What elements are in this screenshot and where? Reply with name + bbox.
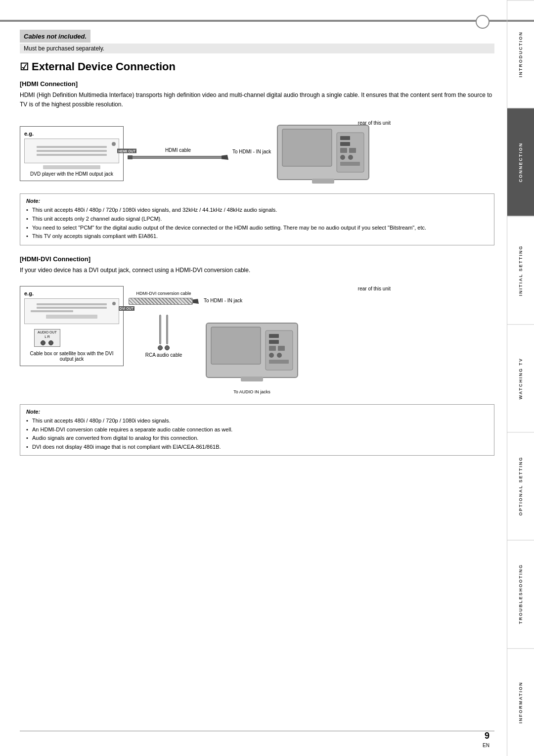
svg-rect-9 — [348, 155, 353, 160]
sidebar-tab-introduction: INTRODUCTION — [507, 0, 534, 108]
device-bottom-bar — [43, 165, 100, 169]
audio-out-label: AUDIO OUT — [38, 331, 57, 334]
device-bar-1 — [37, 146, 107, 148]
svg-rect-2 — [312, 179, 334, 184]
hdmi-dvi-diagram: rear of this unit e.g. DVI OUT — [20, 286, 494, 384]
hdmi-eg-label: e.g. — [24, 131, 119, 137]
dvi-bottom-bar — [46, 315, 98, 319]
svg-rect-1 — [282, 129, 332, 166]
cables-sub-label: Must be purchased separately. — [20, 44, 494, 53]
hdmi-dvi-note-item-4: DVI does not display 480i image that is … — [26, 443, 488, 452]
sidebar: INTRODUCTION CONNECTION INITIAL SETTING … — [507, 0, 534, 756]
sidebar-tab-troubleshooting: TROUBLESHOOTING — [507, 540, 534, 648]
hdmi-cable-visual — [128, 155, 228, 160]
dvi-device-label: Cable box or satellite box with the DVI … — [24, 351, 119, 362]
rca-cables-visual — [158, 315, 170, 350]
top-decorative-line — [0, 20, 534, 22]
device-bar-2 — [37, 150, 107, 152]
rca-plug-r — [165, 345, 170, 350]
hdmi-plug-right — [222, 155, 228, 160]
dvi-tv-rear: To AUDIO IN jacks — [204, 318, 300, 384]
hdmi-dvi-note-box: Note: This unit accepts 480i / 480p / 72… — [20, 404, 494, 456]
dvi-port-tv-area: To HDMI - IN jack — [204, 286, 300, 384]
hdmi-note-item-2: This unit accepts only 2 channel audio s… — [26, 215, 488, 224]
hdmi-device-label: DVD player with the HDMI output jack — [24, 171, 119, 177]
hdmi-port-area: To HDMI - IN jack — [232, 149, 271, 158]
hdmi-note-item-4: This TV only accepts signals compliant w… — [26, 232, 488, 241]
sidebar-tab-watching-tv: WATCHING TV — [507, 324, 534, 432]
hdmi-dvi-diagram-row: e.g. DVI OUT AUDIO OUT L R — [20, 286, 494, 384]
hdmi-note-title: Note: — [26, 198, 488, 204]
dvi-cable-area: HDMI-DVI conversion cable — [129, 286, 199, 358]
dvi-bar-2 — [37, 307, 107, 309]
dvi-cable-hatch — [129, 298, 193, 305]
svg-rect-12 — [211, 327, 261, 364]
audio-jacks — [41, 340, 53, 345]
sidebar-tab-connection: CONNECTION — [507, 108, 534, 216]
dvi-bar-1 — [37, 303, 107, 305]
to-audio-label: To AUDIO IN jacks — [233, 389, 270, 394]
dvi-circle — [112, 302, 116, 305]
svg-rect-21 — [269, 360, 289, 364]
svg-rect-6 — [340, 148, 347, 153]
svg-rect-17 — [269, 346, 276, 351]
dvi-tv-rear-svg — [204, 318, 300, 382]
svg-rect-10 — [340, 162, 360, 166]
page-number: 9 — [485, 731, 490, 741]
svg-rect-15 — [269, 334, 279, 338]
svg-rect-13 — [241, 377, 263, 381]
hdmi-cable-area: HDMI cable — [128, 147, 228, 160]
device-circle — [112, 142, 116, 146]
hdmi-dvi-cable-label: HDMI-DVI conversion cable — [136, 291, 191, 296]
lr-label: L R — [44, 335, 50, 338]
cables-banner: Cables not included. Must be purchased s… — [20, 30, 494, 53]
svg-rect-16 — [269, 340, 279, 344]
dvi-eg-label: e.g. — [24, 290, 119, 296]
dvi-device-box: e.g. DVI OUT AUDIO OUT L R — [20, 286, 124, 366]
svg-rect-18 — [278, 346, 285, 351]
device-bar-3 — [37, 154, 107, 156]
sidebar-tab-initial-setting: INITIAL SETTING — [507, 216, 534, 324]
audio-jack-r — [48, 340, 53, 345]
rca-cable-l — [158, 315, 163, 350]
rca-cable-r — [165, 315, 170, 350]
svg-rect-20 — [277, 353, 282, 358]
tv-rear-svg — [275, 120, 371, 185]
hdmi-dvi-description: If your video device has a DVI output ja… — [20, 266, 494, 275]
hdmi-dvi-heading: [HDMI-DVI Connection] — [20, 255, 494, 263]
sidebar-tab-optional-setting: OPTIONAL SETTING — [507, 432, 534, 540]
hdmi-section: [HDMI Connection] HDMI (High Definition … — [20, 80, 494, 245]
hdmi-cable-line — [133, 156, 222, 159]
hdmi-device-box: e.g. HDMI OUT DVD player with the HDMI o… — [20, 126, 124, 181]
hdmi-port-label: To HDMI - IN jack — [232, 149, 271, 154]
svg-rect-5 — [340, 142, 350, 146]
checkbox-icon: ☑ — [20, 61, 29, 73]
rca-wire-l — [159, 315, 161, 344]
svg-rect-7 — [349, 148, 356, 153]
hdmi-dvi-note-item-3: Audio signals are converted from digital… — [26, 434, 488, 443]
hdmi-note-list: This unit accepts 480i / 480p / 720p / 1… — [26, 206, 488, 240]
section-title: ☑ External Device Connection — [20, 60, 494, 73]
dvi-right-connector — [193, 299, 199, 304]
bottom-line — [20, 731, 494, 731]
hdmi-dvi-rear-label: rear of this unit — [358, 286, 391, 291]
dvi-port-label: To HDMI - IN jack — [204, 298, 242, 303]
hdmi-note-item-1: This unit accepts 480i / 480p / 720p / 1… — [26, 206, 488, 215]
hdmi-dvi-note-title: Note: — [26, 409, 488, 415]
hdmi-dvi-note-item-1: This unit accepts 480i / 480p / 720p / 1… — [26, 417, 488, 425]
hdmi-heading: [HDMI Connection] — [20, 80, 494, 88]
hdmi-note-item-3: You need to select "PCM" for the digital… — [26, 224, 488, 233]
svg-rect-19 — [269, 353, 274, 358]
dvi-bar-3 — [31, 310, 73, 312]
hdmi-tv-rear — [275, 120, 371, 187]
cables-bold-label: Cables not included. — [20, 30, 90, 43]
hdmi-diagram-row: e.g. HDMI OUT DVD player with the HDMI o… — [20, 120, 494, 187]
svg-rect-4 — [340, 136, 350, 140]
hdmi-note-box: Note: This unit accepts 480i / 480p / 72… — [20, 193, 494, 245]
hdmi-plug-left — [128, 155, 133, 159]
audio-jack-l — [41, 340, 45, 345]
hdmi-dvi-section: [HDMI-DVI Connection] If your video devi… — [20, 255, 494, 456]
dvi-device-inner: DVI OUT — [24, 298, 119, 324]
rca-plug-l — [158, 345, 163, 350]
rca-cable-label: RCA audio cable — [145, 352, 182, 358]
